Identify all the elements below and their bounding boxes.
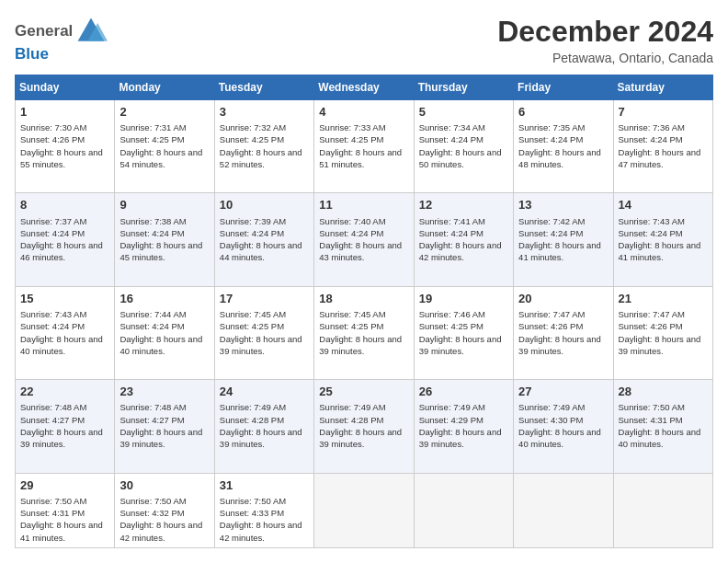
daylight: Daylight: 8 hours and 40 minutes.: [119, 334, 202, 356]
day-number: 11: [319, 197, 408, 213]
day-number: 22: [20, 384, 109, 400]
table-row: 26Sunrise: 7:49 AMSunset: 4:29 PMDayligh…: [414, 380, 513, 473]
sunset: Sunset: 4:25 PM: [319, 134, 383, 144]
day-number: 31: [220, 477, 309, 494]
sunset: Sunset: 4:26 PM: [20, 134, 85, 144]
sunset: Sunset: 4:29 PM: [419, 415, 483, 425]
day-number: 6: [518, 104, 608, 121]
sunset: Sunset: 4:25 PM: [220, 134, 284, 144]
table-row: 23Sunrise: 7:48 AMSunset: 4:27 PMDayligh…: [115, 380, 214, 473]
sunrise: Sunrise: 7:50 AM: [119, 496, 186, 506]
sunrise: Sunrise: 7:43 AM: [20, 309, 86, 319]
title-block: December 2024 Petawawa, Ontario, Canada: [497, 15, 713, 65]
logo-icon: [74, 15, 108, 48]
daylight: Daylight: 8 hours and 39 minutes.: [220, 334, 302, 356]
calendar-header-row: Sunday Monday Tuesday Wednesday Thursday…: [16, 75, 713, 100]
col-monday: Monday: [115, 75, 214, 100]
table-row: 18Sunrise: 7:45 AMSunset: 4:25 PMDayligh…: [314, 286, 414, 379]
day-number: 30: [119, 477, 209, 494]
table-row: 28Sunrise: 7:50 AMSunset: 4:31 PMDayligh…: [613, 380, 712, 473]
day-number: 1: [20, 104, 109, 121]
day-number: 3: [220, 104, 309, 121]
sunrise: Sunrise: 7:40 AM: [319, 216, 385, 226]
daylight: Daylight: 8 hours and 55 minutes.: [20, 147, 103, 169]
day-number: 20: [518, 291, 608, 307]
sunrise: Sunrise: 7:32 AM: [220, 122, 286, 132]
table-row: 27Sunrise: 7:49 AMSunset: 4:30 PMDayligh…: [514, 380, 613, 473]
day-number: 26: [419, 384, 508, 400]
table-row: 2Sunrise: 7:31 AMSunset: 4:25 PMDaylight…: [115, 100, 214, 193]
sunrise: Sunrise: 7:50 AM: [20, 496, 86, 506]
daylight: Daylight: 8 hours and 40 minutes.: [20, 334, 103, 356]
sunrise: Sunrise: 7:49 AM: [419, 402, 485, 412]
sunrise: Sunrise: 7:33 AM: [319, 122, 385, 132]
sunrise: Sunrise: 7:34 AM: [419, 122, 485, 132]
table-row: 8Sunrise: 7:37 AMSunset: 4:24 PMDaylight…: [16, 193, 115, 286]
sunrise: Sunrise: 7:45 AM: [220, 309, 286, 319]
table-row: 5Sunrise: 7:34 AMSunset: 4:24 PMDaylight…: [414, 100, 513, 193]
sunset: Sunset: 4:32 PM: [119, 508, 184, 518]
daylight: Daylight: 8 hours and 52 minutes.: [220, 147, 302, 169]
day-number: 10: [220, 197, 309, 213]
table-row: 12Sunrise: 7:41 AMSunset: 4:24 PMDayligh…: [414, 193, 513, 286]
daylight: Daylight: 8 hours and 40 minutes.: [619, 427, 701, 449]
sunset: Sunset: 4:24 PM: [220, 228, 284, 238]
day-number: 18: [319, 291, 408, 307]
sunset: Sunset: 4:27 PM: [20, 415, 85, 425]
sunset: Sunset: 4:24 PM: [619, 228, 683, 238]
sunrise: Sunrise: 7:50 AM: [220, 496, 286, 506]
table-row: 10Sunrise: 7:39 AMSunset: 4:24 PMDayligh…: [214, 193, 313, 286]
day-number: 21: [619, 291, 708, 307]
day-number: 15: [20, 291, 109, 307]
sunset: Sunset: 4:25 PM: [119, 134, 184, 144]
table-row: 25Sunrise: 7:49 AMSunset: 4:28 PMDayligh…: [314, 380, 414, 473]
logo: General Blue: [15, 15, 108, 63]
daylight: Daylight: 8 hours and 46 minutes.: [20, 240, 103, 262]
daylight: Daylight: 8 hours and 39 minutes.: [319, 334, 402, 356]
daylight: Daylight: 8 hours and 42 minutes.: [220, 520, 302, 542]
col-sunday: Sunday: [16, 75, 115, 100]
daylight: Daylight: 8 hours and 39 minutes.: [119, 427, 202, 449]
table-row: 20Sunrise: 7:47 AMSunset: 4:26 PMDayligh…: [514, 286, 613, 379]
daylight: Daylight: 8 hours and 48 minutes.: [518, 147, 601, 169]
daylight: Daylight: 8 hours and 39 minutes.: [220, 427, 302, 449]
day-number: 14: [619, 197, 708, 213]
daylight: Daylight: 8 hours and 39 minutes.: [619, 334, 701, 356]
table-row: 22Sunrise: 7:48 AMSunset: 4:27 PMDayligh…: [16, 380, 115, 473]
sunrise: Sunrise: 7:48 AM: [119, 402, 186, 412]
daylight: Daylight: 8 hours and 47 minutes.: [619, 147, 701, 169]
day-number: 27: [518, 384, 608, 400]
sunrise: Sunrise: 7:50 AM: [619, 402, 685, 412]
sunrise: Sunrise: 7:47 AM: [619, 309, 685, 319]
day-number: 13: [518, 197, 608, 213]
daylight: Daylight: 8 hours and 39 minutes.: [419, 334, 502, 356]
sunrise: Sunrise: 7:49 AM: [319, 402, 385, 412]
day-number: 2: [119, 104, 209, 121]
day-number: 16: [119, 291, 209, 307]
day-number: 23: [119, 384, 209, 400]
sunrise: Sunrise: 7:35 AM: [518, 122, 585, 132]
page: General Blue December 2024 Petawawa, Ont…: [0, 0, 728, 563]
day-number: 12: [419, 197, 508, 213]
sunset: Sunset: 4:24 PM: [419, 228, 483, 238]
daylight: Daylight: 8 hours and 43 minutes.: [319, 240, 402, 262]
day-number: 7: [619, 104, 708, 121]
sunset: Sunset: 4:28 PM: [220, 415, 284, 425]
table-row: 14Sunrise: 7:43 AMSunset: 4:24 PMDayligh…: [613, 193, 712, 286]
table-row: 15Sunrise: 7:43 AMSunset: 4:24 PMDayligh…: [16, 286, 115, 379]
sunset: Sunset: 4:27 PM: [119, 415, 184, 425]
table-row: 6Sunrise: 7:35 AMSunset: 4:24 PMDaylight…: [514, 100, 613, 193]
sunset: Sunset: 4:28 PM: [319, 415, 383, 425]
daylight: Daylight: 8 hours and 39 minutes.: [518, 334, 601, 356]
sunset: Sunset: 4:24 PM: [119, 228, 184, 238]
table-row: 30Sunrise: 7:50 AMSunset: 4:32 PMDayligh…: [115, 473, 214, 547]
table-row: 24Sunrise: 7:49 AMSunset: 4:28 PMDayligh…: [214, 380, 313, 473]
location: Petawawa, Ontario, Canada: [497, 51, 713, 65]
daylight: Daylight: 8 hours and 44 minutes.: [220, 240, 302, 262]
daylight: Daylight: 8 hours and 54 minutes.: [119, 147, 202, 169]
daylight: Daylight: 8 hours and 39 minutes.: [20, 427, 103, 449]
sunrise: Sunrise: 7:38 AM: [119, 216, 186, 226]
table-row: 3Sunrise: 7:32 AMSunset: 4:25 PMDaylight…: [214, 100, 313, 193]
col-saturday: Saturday: [613, 75, 712, 100]
table-row: [514, 473, 613, 547]
